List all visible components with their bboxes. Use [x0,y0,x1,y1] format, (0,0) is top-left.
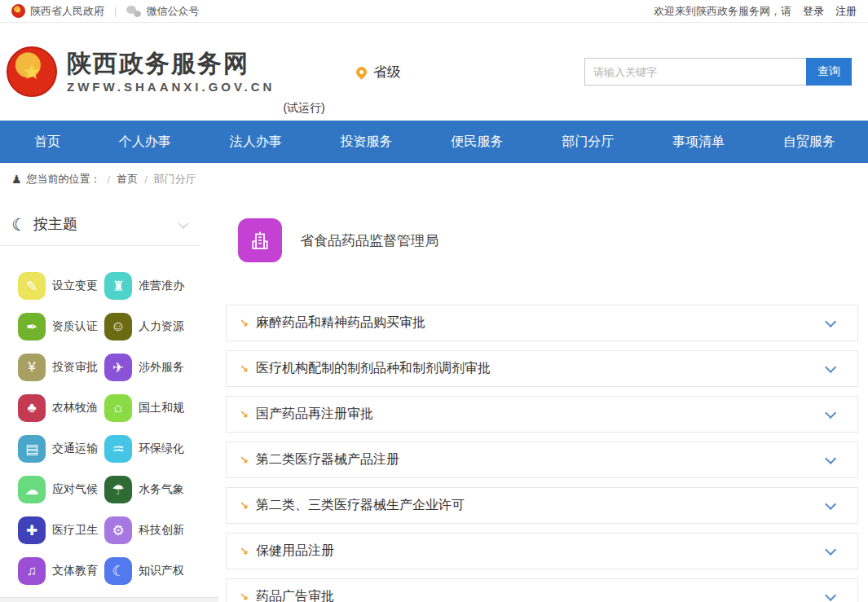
department-header: 省食品药品监督管理局 [238,218,858,262]
site-header: ★ 陕西政务服务网 ZWFW.SHAANXI.GOV.CN (试运行) 省级 查… [0,23,868,121]
welcome-text: 欢迎来到陕西政务服务网，请 [654,4,791,19]
person-pin-icon: ♟ [11,174,22,185]
sidebar-item-icon: ✚ [18,516,46,544]
sidebar-item-label: 文体教育 [52,564,98,578]
department-building-icon [238,218,282,262]
site-logo: 陕西政务服务网 ZWFW.SHAANXI.GOV.CN [67,50,275,94]
sidebar-item[interactable]: ♫ 文体教育 [18,551,104,591]
nav-item[interactable]: 首页 [34,134,60,151]
site-search: 查询 [584,58,852,86]
theme-grid: ✎ 设立变更 ♜ 准营准办 ✒ 资质认证 ☺ 人力资源 ¥ 投资审批 ✈ 涉外服… [18,266,212,602]
service-item-title: 国产药品再注册审批 [256,406,373,423]
service-item-title: 保健用品注册 [256,543,334,560]
search-button[interactable]: 查询 [806,58,852,86]
sidebar-item-label: 环保绿化 [139,442,184,456]
gov-portal-link[interactable]: 陕西省人民政府 [30,4,104,19]
service-item[interactable]: ↘ 麻醉药品和精神药品购买审批 [226,305,858,341]
sidebar-bottom-strip [0,597,218,602]
service-item[interactable]: ↘ 保健用品注册 [226,533,858,569]
trial-run-label: (试运行) [283,101,324,116]
theme-sidebar-header: ☾ 按主题 [0,206,212,245]
sidebar-item[interactable]: ♣ 农林牧渔 [18,388,104,428]
location-pin-icon [354,64,368,79]
nav-item[interactable]: 便民服务 [451,134,503,151]
sidebar-item-label: 知识产权 [139,564,184,578]
sidebar-item[interactable]: ✎ 设立变更 [18,266,104,306]
nav-item[interactable]: 事项清单 [672,134,725,151]
sidebar-item-icon: ⌂ [104,394,132,422]
moon-icon: ☾ [11,216,27,233]
topbar-separator: | [114,5,117,17]
main-nav: 首页个人办事法人办事投资服务便民服务部门分厅事项清单自贸服务 [0,121,868,163]
region-selector[interactable]: 省级 [356,63,401,81]
breadcrumb-label: 您当前的位置： [27,172,101,187]
sidebar-item[interactable]: ⌂ 国土和规 [104,388,212,428]
sidebar-item[interactable]: ⚙ 科技创新 [104,510,212,551]
sidebar-item[interactable]: ☺ 人力资源 [104,306,212,347]
sidebar-item[interactable]: ✈ 涉外服务 [104,347,212,388]
sidebar-item-label: 投资审批 [52,360,98,375]
service-item[interactable]: ↘ 医疗机构配制的制剂品种和制剂调剂审批 [226,350,858,387]
breadcrumb-separator: / [108,174,111,186]
wechat-link[interactable]: 微信公众号 [146,4,199,19]
service-item[interactable]: ↘ 第二类医疗器械产品注册 [226,442,858,478]
chevron-down-icon[interactable] [825,589,836,600]
nav-item[interactable]: 部门分厅 [562,134,614,151]
service-item-title: 医疗机构配制的制剂品种和制剂调剂审批 [256,360,491,377]
sidebar-item[interactable]: ¥ 投资审批 [18,347,104,388]
sidebar-item[interactable]: ☾ 知识产权 [104,551,212,591]
expand-arrow-icon: ↘ [240,546,249,556]
sidebar-item[interactable]: ♒ 环保绿化 [104,428,212,469]
sidebar-item-icon: ☺ [104,313,132,341]
service-item[interactable]: ↘ 国产药品再注册审批 [226,396,858,433]
service-item-title: 第二类、三类医疗器械生产企业许可 [256,497,465,514]
service-item[interactable]: ↘ 第二类、三类医疗器械生产企业许可 [226,487,858,524]
search-input[interactable] [584,58,806,86]
chevron-down-icon[interactable] [825,543,836,555]
chevron-down-icon[interactable] [825,361,836,372]
sidebar-item-icon: ¥ [18,354,46,381]
breadcrumb: ♟ 您当前的位置： / 首页 / 部门分厅 [0,163,868,196]
service-item[interactable]: ↘ 药品广告审批 [226,578,858,602]
breadcrumb-link-home[interactable]: 首页 [117,172,138,187]
sidebar-item-icon: ☂ [104,476,132,503]
sidebar-item-label: 水务气象 [139,482,184,497]
sidebar-item-icon: ✒ [18,313,46,341]
sidebar-item-icon: ♫ [18,557,46,585]
chevron-down-icon[interactable] [825,452,836,464]
sidebar-item[interactable]: ☂ 水务气象 [104,469,212,510]
sidebar-item-label: 设立变更 [52,279,98,293]
region-label: 省级 [373,63,401,81]
chevron-down-icon[interactable] [178,218,189,228]
nav-item[interactable]: 法人办事 [230,134,282,151]
sidebar-item-label: 医疗卫生 [52,523,98,538]
sidebar-item[interactable]: ✒ 资质认证 [18,306,104,347]
breadcrumb-current: 部门分厅 [154,172,196,187]
sidebar-item-label: 交通运输 [52,442,98,456]
sidebar-item[interactable]: ▤ 交通运输 [18,428,104,469]
register-link[interactable]: 注册 [835,4,857,19]
chevron-down-icon[interactable] [825,315,836,327]
wechat-icon [126,6,141,17]
sidebar-item-label: 准营准办 [139,279,184,293]
sidebar-item[interactable]: ✚ 医疗卫生 [18,510,104,551]
sidebar-item[interactable]: ☁ 应对气候 [18,469,104,510]
expand-arrow-icon: ↘ [240,500,249,511]
theme-sidebar: ☾ 按主题 ✎ 设立变更 ♜ 准营准办 ✒ 资质认证 ☺ 人力资源 [0,196,212,602]
department-title: 省食品药品监督管理局 [300,231,438,250]
national-emblem-icon: ★ [11,4,25,18]
chevron-down-icon[interactable] [825,406,836,418]
nav-item[interactable]: 投资服务 [341,134,393,151]
login-link[interactable]: 登录 [803,4,824,19]
sidebar-item[interactable]: ♜ 准营准办 [104,266,212,306]
sidebar-item-icon: ♣ [18,394,46,422]
nav-item[interactable]: 个人办事 [119,134,171,151]
expand-arrow-icon: ↘ [240,591,249,602]
chevron-down-icon[interactable] [825,498,836,509]
sidebar-item-label: 应对气候 [52,482,98,497]
national-emblem-icon: ★ [7,46,57,97]
nav-item[interactable]: 自贸服务 [783,134,835,151]
expand-arrow-icon: ↘ [240,363,249,374]
divider [0,245,200,246]
sidebar-item-icon: ☾ [104,557,132,585]
